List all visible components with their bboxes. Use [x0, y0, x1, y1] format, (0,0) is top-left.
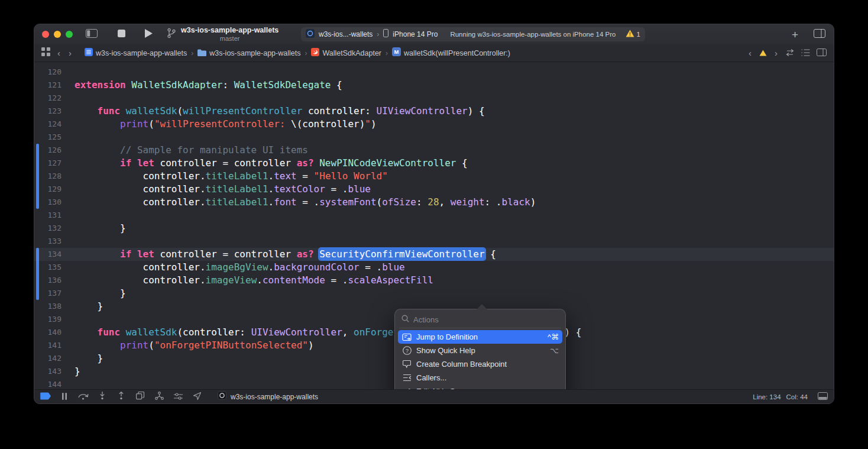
- step-over-button[interactable]: [78, 392, 89, 402]
- code-line[interactable]: 121extension WalletSdkAdapter: WalletSdk…: [34, 79, 834, 92]
- line-number[interactable]: 127: [34, 157, 61, 170]
- line-number[interactable]: 140: [34, 326, 61, 339]
- process-selector[interactable]: w3s-ios-sample-app-wallets: [218, 391, 318, 402]
- warning-count: 1: [637, 31, 640, 38]
- step-into-button[interactable]: [97, 392, 108, 402]
- code-token: ofSize: [382, 196, 416, 208]
- code-line[interactable]: 135 controller.imageBgView.backgroundCol…: [34, 261, 834, 274]
- code-line[interactable]: 120: [34, 66, 834, 79]
- menu-item-callers[interactable]: Callers...: [398, 371, 562, 385]
- line-number[interactable]: 130: [34, 196, 61, 209]
- breadcrumb-separator-icon: ›: [191, 49, 193, 57]
- breadcrumb-item-method[interactable]: M walletSdk(willPresentController:): [392, 47, 510, 59]
- code-line[interactable]: 128 controller.titleLabel1.text = "Hello…: [34, 170, 834, 183]
- line-number[interactable]: 137: [34, 287, 61, 300]
- code-line[interactable]: 136 controller.imageView.contentMode = .…: [34, 274, 834, 287]
- editor-layout-button[interactable]: [814, 29, 825, 40]
- simulate-location-button[interactable]: [192, 392, 202, 402]
- code-line[interactable]: 132 }: [34, 222, 834, 235]
- code-token: controller.: [75, 170, 206, 182]
- line-number[interactable]: 143: [34, 365, 61, 378]
- breakpoints-toggle-button[interactable]: [40, 392, 51, 402]
- line-number[interactable]: 135: [34, 261, 61, 274]
- memory-graph-icon: [155, 392, 164, 402]
- menu-item-edit-all-in-scope[interactable]: Edit All in Scope: [398, 385, 562, 389]
- step-out-button[interactable]: [116, 392, 127, 402]
- code-line[interactable]: 129 controller.titleLabel1.textColor = .…: [34, 183, 834, 196]
- line-number[interactable]: 141: [34, 339, 61, 352]
- menu-item-shortcut: ^⌘: [548, 332, 559, 341]
- toggle-navigator-button[interactable]: [86, 29, 98, 40]
- code-line[interactable]: 127 if let controller = controller as? N…: [34, 157, 834, 170]
- code-line[interactable]: 131: [34, 209, 834, 222]
- go-forward-button[interactable]: ›: [67, 49, 73, 57]
- code-line[interactable]: 130 controller.titleLabel1.font = .syste…: [34, 196, 834, 209]
- pause-execution-button[interactable]: [59, 392, 70, 402]
- breadcrumb-item-file[interactable]: WalletSdkAdapter: [311, 48, 381, 59]
- adjust-editor-icon[interactable]: [801, 48, 810, 59]
- line-number[interactable]: 123: [34, 105, 61, 118]
- line-number[interactable]: 124: [34, 118, 61, 131]
- code-token: func: [98, 105, 126, 117]
- run-button[interactable]: [145, 29, 153, 40]
- code-line[interactable]: 123 func walletSdk(willPresentController…: [34, 105, 834, 118]
- code-line[interactable]: 125: [34, 131, 834, 144]
- line-number[interactable]: 128: [34, 170, 61, 183]
- line-number[interactable]: 134: [34, 248, 61, 261]
- debug-view-hierarchy-button[interactable]: [135, 392, 145, 402]
- line-number[interactable]: 125: [34, 131, 61, 144]
- menu-item-jump-to-definition[interactable]: Jump to Definition ^⌘: [398, 330, 562, 344]
- minimize-window-button[interactable]: [54, 31, 61, 38]
- warning-badge[interactable]: 1: [626, 29, 640, 40]
- line-number[interactable]: 121: [34, 79, 61, 92]
- line-number[interactable]: 133: [34, 235, 61, 248]
- line-number[interactable]: 120: [34, 66, 61, 79]
- line-number[interactable]: 142: [34, 352, 61, 365]
- previous-issue-button[interactable]: ‹: [747, 49, 753, 57]
- close-window-button[interactable]: [42, 31, 49, 38]
- source-editor[interactable]: 120121extension WalletSdkAdapter: Wallet…: [34, 62, 834, 389]
- menu-item-show-quick-help[interactable]: ? Show Quick Help ⌥: [398, 344, 562, 357]
- step-out-icon: [118, 392, 125, 402]
- line-number[interactable]: 136: [34, 274, 61, 287]
- breadcrumb-item-group[interactable]: w3s-ios-sample-app-wallets: [197, 48, 300, 59]
- code-review-icon[interactable]: [785, 48, 795, 59]
- add-editor-tab-button[interactable]: +: [792, 29, 798, 40]
- scheme-selector[interactable]: w3s-ios...-wallets: [319, 30, 373, 38]
- code-token: = .: [359, 261, 383, 273]
- line-number[interactable]: 126: [34, 144, 61, 157]
- run-destination[interactable]: iPhone 14 Pro: [393, 30, 438, 38]
- code-line[interactable]: 134 if let controller = controller as? S…: [34, 248, 834, 261]
- line-number[interactable]: 144: [34, 378, 61, 389]
- line-number[interactable]: 131: [34, 209, 61, 222]
- editor-split-icon[interactable]: [817, 48, 827, 59]
- environment-overrides-button[interactable]: [173, 392, 183, 402]
- line-number[interactable]: 138: [34, 300, 61, 313]
- line-number[interactable]: 129: [34, 183, 61, 196]
- memory-graph-button[interactable]: [154, 392, 164, 402]
- code-line[interactable]: 124 print("willPresentController: \(cont…: [34, 118, 834, 131]
- stop-button[interactable]: [118, 29, 125, 40]
- code-line[interactable]: 122: [34, 92, 834, 105]
- menu-item-create-column-breakpoint[interactable]: Create Column Breakpoint: [398, 357, 562, 371]
- selected-token[interactable]: SecurityConfirmViewController: [319, 248, 484, 260]
- zoom-window-button[interactable]: [66, 31, 73, 38]
- app-process-icon: [218, 391, 226, 402]
- go-back-button[interactable]: ‹: [56, 49, 61, 57]
- toggle-debug-area-button[interactable]: [817, 392, 828, 402]
- breadcrumb-item-project[interactable]: w3s-ios-sample-app-wallets: [85, 48, 187, 59]
- code-token: titleLabel1: [206, 183, 268, 195]
- code-token: controller.: [75, 183, 206, 195]
- related-items-button[interactable]: [41, 47, 50, 59]
- line-number[interactable]: 132: [34, 222, 61, 235]
- issue-warning-icon[interactable]: [759, 48, 767, 59]
- next-issue-button[interactable]: ›: [773, 49, 779, 57]
- code-token: ): [530, 196, 536, 208]
- code-line[interactable]: 133: [34, 235, 834, 248]
- code-token: controller.: [75, 196, 206, 208]
- line-number[interactable]: 139: [34, 313, 61, 326]
- code-line[interactable]: 137 }: [34, 287, 834, 300]
- line-number[interactable]: 122: [34, 92, 61, 105]
- code-line[interactable]: 126 // Sample for manipulate UI items: [34, 144, 834, 157]
- actions-search-field[interactable]: Actions: [398, 312, 562, 327]
